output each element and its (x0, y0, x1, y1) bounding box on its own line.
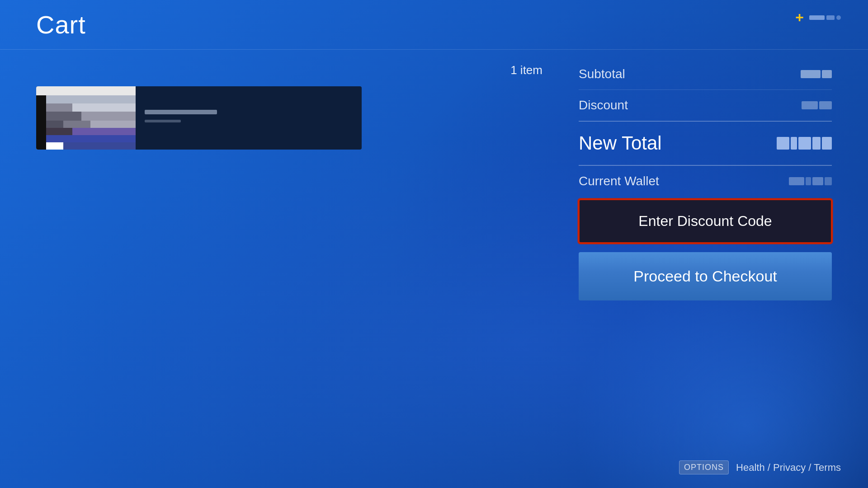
subtotal-row: Subtotal (579, 59, 832, 90)
left-panel: 1 item (36, 50, 579, 488)
user-bar-1 (809, 15, 825, 20)
user-bar-2 (826, 15, 835, 20)
wallet-label: Current Wallet (579, 174, 659, 188)
wallet-seg-3 (812, 177, 823, 185)
wallet-seg-2 (806, 177, 811, 185)
thumb-row-8b (63, 142, 136, 150)
total-seg-1 (777, 137, 789, 150)
discount-value (802, 101, 832, 109)
total-seg-4 (812, 137, 821, 150)
checkout-button[interactable]: Proceed to Checkout (579, 252, 832, 300)
options-badge[interactable]: OPTIONS (679, 460, 729, 474)
wallet-value (789, 177, 832, 185)
right-panel: Subtotal Discount New Total (579, 50, 832, 488)
subtotal-label: Subtotal (579, 67, 625, 81)
item-title-bar (145, 110, 217, 114)
subtotal-seg-2 (822, 70, 832, 78)
wallet-seg-1 (789, 177, 804, 185)
footer-links-text[interactable]: Health / Privacy / Terms (736, 462, 841, 474)
new-total-value (777, 137, 832, 150)
thumb-row-5c (90, 121, 136, 128)
thumb-row-3b (72, 103, 136, 112)
thumb-row-1 (36, 86, 136, 95)
item-thumbnail (36, 86, 136, 150)
ps-plus-icon: + (795, 9, 804, 26)
total-seg-5 (822, 137, 832, 150)
cart-item[interactable] (36, 86, 362, 150)
discount-code-button[interactable]: Enter Discount Code (579, 199, 832, 243)
item-details (136, 86, 362, 150)
thumb-row-7 (36, 135, 136, 142)
discount-seg-1 (802, 101, 818, 109)
thumb-row-4b (81, 112, 136, 121)
main-content: 1 item (0, 50, 868, 488)
thumb-row-5b (63, 121, 90, 128)
thumb-row-2 (36, 95, 136, 103)
discount-label: Discount (579, 98, 628, 113)
subtotal-seg-1 (801, 70, 821, 78)
discount-row: Discount (579, 90, 832, 121)
new-total-row: New Total (579, 122, 832, 165)
page-title: Cart (36, 10, 86, 39)
top-bar: Cart (0, 0, 868, 50)
top-right-icons: + (795, 9, 841, 26)
discount-seg-2 (819, 101, 832, 109)
subtotal-value (801, 70, 832, 78)
footer-links: OPTIONS Health / Privacy / Terms (679, 460, 841, 474)
new-total-label: New Total (579, 132, 662, 154)
user-bar-3 (836, 15, 841, 20)
item-count: 1 item (36, 63, 552, 77)
thumb-row-6b (72, 128, 136, 135)
wallet-row: Current Wallet (579, 166, 832, 199)
thumb-black-band (36, 95, 46, 150)
user-icon-bar (809, 15, 841, 20)
item-subtitle-bar (145, 120, 181, 122)
total-seg-2 (791, 137, 797, 150)
total-seg-3 (798, 137, 811, 150)
wallet-seg-4 (825, 177, 832, 185)
